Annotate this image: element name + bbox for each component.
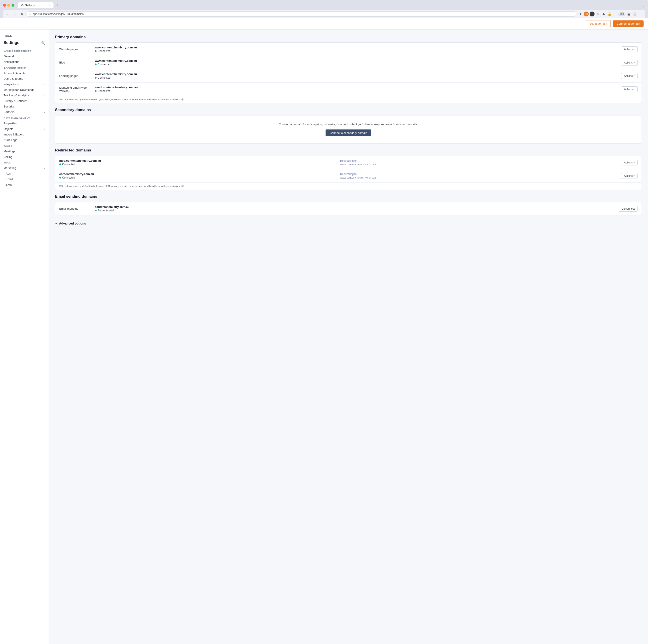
primary-ssl-notice: SSL is turned on by default to help your… [55, 96, 642, 103]
connect-secondary-domain-button[interactable]: Connect a secondary domain [326, 130, 371, 136]
secondary-empty-message: Connect a domain for a campaign, microsi… [60, 122, 637, 126]
domain-type-website: Website pages [59, 48, 95, 51]
sidebar-item-security[interactable]: Security [0, 104, 49, 109]
redirect-info-blog: Redirecting to www.contentchemistry.com.… [340, 159, 621, 166]
domain-name-website: www.contentchemistry.com.au [95, 46, 621, 49]
status-text-content-redirect: Connected [62, 176, 75, 179]
domain-name-landing: www.contentchemistry.com.au [95, 72, 621, 76]
ext-icon-2[interactable]: ☰ [613, 11, 617, 16]
sidebar-item-account-defaults[interactable]: Account Defaults [0, 70, 49, 76]
sidebar-search-icon[interactable]: 🔍 [41, 41, 45, 45]
sidebar-item-notifications[interactable]: Notifications [0, 59, 49, 65]
redirected-ssl-notice: SSL is turned on by default to help your… [55, 183, 642, 190]
actions-button-landing[interactable]: Actions ▾ [621, 73, 638, 79]
actions-label-content-redirect: Actions [624, 174, 633, 178]
profile-icon[interactable]: ⚪ [632, 11, 637, 16]
reload-button[interactable]: ↻ [19, 11, 24, 16]
pen-icon[interactable]: ✎ [595, 11, 600, 16]
main-content: Primary domains Website pages www.conten… [49, 30, 648, 644]
domain-row-website-pages: Website pages www.contentchemistry.com.a… [55, 43, 642, 56]
actions-label-website: Actions [624, 48, 633, 51]
section-label-tools: Tools [0, 143, 49, 149]
status-text-blog-redirect: Connected [62, 163, 75, 166]
sidebar-item-email[interactable]: Email [0, 176, 49, 182]
tracking-caret-icon: ⌄ [43, 94, 45, 97]
sidebar-item-general[interactable]: General [0, 53, 49, 59]
domain-info-marketing-email: email.contentchemistry.com.au Connected [95, 86, 621, 93]
actions-button-website[interactable]: Actions ▾ [621, 46, 638, 52]
traffic-light-green[interactable] [11, 4, 14, 7]
status-text-landing: Connected [98, 76, 110, 79]
sidebar-item-marketplace-downloads[interactable]: Marketplace Downloads [0, 87, 49, 93]
address-bar[interactable]: ☷ app.hubspot.com/settings/718833/domain… [26, 11, 576, 17]
tab-label: Settings [25, 4, 35, 7]
domain-name-blog: www.contentchemistry.com.au [95, 59, 621, 62]
marketing-caret-icon: ⌄ [43, 167, 45, 169]
secondary-domains-card: Connect a domain for a campaign, microsi… [55, 115, 642, 144]
sidebar-item-partners[interactable]: Partners ⌄ [0, 109, 49, 115]
status-dot-landing [95, 77, 97, 79]
password-icon[interactable]: 🔒 [607, 11, 612, 16]
redirect-url-content: www.contentchemistry.com.au [340, 176, 621, 179]
sidebar-item-tracking-analytics[interactable]: Tracking & Analytics ⌄ [0, 93, 49, 98]
sidebar-item-properties[interactable]: Properties [0, 120, 49, 126]
shield-icon[interactable]: ◆ [601, 11, 606, 16]
status-text-email-sending: Authenticated [98, 209, 114, 212]
sidebar-item-ads[interactable]: Ads [0, 171, 49, 176]
sidebar-item-sms[interactable]: SMS [0, 182, 49, 187]
domain-row-content-redirect: contentchemistry.com.au Connected Redire… [55, 169, 642, 183]
email-sending-card: Email (sending) contentchemistry.com.au … [55, 202, 642, 215]
sidebar-item-integrations[interactable]: Integrations ⌄ [0, 82, 49, 87]
new-tab-button[interactable]: + [55, 2, 60, 8]
actions-button-blog-redirect[interactable]: Actions ▾ [621, 160, 638, 165]
traffic-light-yellow[interactable] [7, 4, 10, 7]
connect-domain-button[interactable]: Connect a domain [613, 20, 644, 27]
actions-button-marketing-email[interactable]: Actions ▾ [621, 86, 638, 92]
section-label-data-management: Data Management [0, 115, 49, 120]
sidebar-item-inbox[interactable]: Inbox ⌄ [0, 160, 49, 165]
sidebar-item-marketing[interactable]: Marketing ⌄ [0, 165, 49, 171]
window-icon[interactable]: ▣ [626, 11, 631, 16]
ssl-info-icon-primary: ⓘ [181, 98, 184, 101]
domain-row-blog-redirect: blog.contentchemistry.com.au Connected R… [55, 156, 642, 169]
status-dot-marketing-email [95, 90, 97, 92]
sidebar-item-privacy-consent[interactable]: Privacy & Consent [0, 98, 49, 104]
advanced-options-caret-icon: ► [55, 222, 58, 225]
forward-nav-button[interactable]: → [12, 11, 18, 16]
status-dot-email-sending [95, 210, 97, 211]
sidebar-item-users-teams[interactable]: Users & Teams [0, 76, 49, 82]
primary-domains-title: Primary domains [55, 35, 642, 39]
tab-close-button[interactable]: ✕ [48, 4, 50, 7]
advanced-options-section[interactable]: ► Advanced options [55, 220, 642, 227]
tab-favicon: ⚙ [21, 4, 24, 7]
actions-caret-icon-landing: ▾ [634, 75, 635, 77]
hubspot-icon: 46 [584, 11, 589, 16]
actions-caret-icon-blog-redirect: ▾ [634, 161, 635, 164]
sidebar-item-calling[interactable]: Calling [0, 154, 49, 160]
menu-icon[interactable]: ⋮ [638, 11, 643, 16]
sidebar-item-audit-logs[interactable]: Audit Logs [0, 137, 49, 143]
actions-button-content-redirect[interactable]: Actions ▾ [621, 173, 638, 179]
back-nav-button[interactable]: ← [5, 11, 11, 16]
domain-type-marketing-email: Marketing email (web version) [59, 86, 95, 93]
badge-200: 200 [618, 12, 626, 16]
actions-caret-icon-website: ▾ [634, 48, 635, 50]
browser-tab-settings[interactable]: ⚙ Settings ✕ [18, 2, 53, 8]
buy-domain-button[interactable]: Buy a domain [586, 20, 611, 27]
bookmark-icon[interactable]: ★ [578, 11, 583, 16]
sidebar-item-meetings[interactable]: Meetings [0, 149, 49, 154]
traffic-light-red[interactable] [3, 4, 6, 7]
domain-type-blog: Blog [59, 61, 95, 64]
back-label: Back [5, 34, 12, 37]
secondary-empty-state: Connect a domain for a campaign, microsi… [55, 115, 642, 143]
sidebar: ‹ Back Settings 🔍 Your Preferences Gener… [0, 30, 49, 644]
sidebar-back-button[interactable]: ‹ Back [0, 33, 49, 40]
status-dot-blog [95, 63, 97, 65]
disconnect-button-email[interactable]: Disconnect [619, 206, 638, 212]
sidebar-item-objects[interactable]: Objects ⌄ [0, 126, 49, 132]
actions-button-blog[interactable]: Actions ▾ [621, 60, 638, 65]
sidebar-item-import-export[interactable]: Import & Export [0, 132, 49, 137]
primary-domains-card: Website pages www.contentchemistry.com.a… [55, 42, 642, 103]
browser-toolbar: ← → ↻ ☷ app.hubspot.com/settings/718833/… [3, 10, 645, 18]
domain-info-website: www.contentchemistry.com.au Connected [95, 46, 621, 53]
